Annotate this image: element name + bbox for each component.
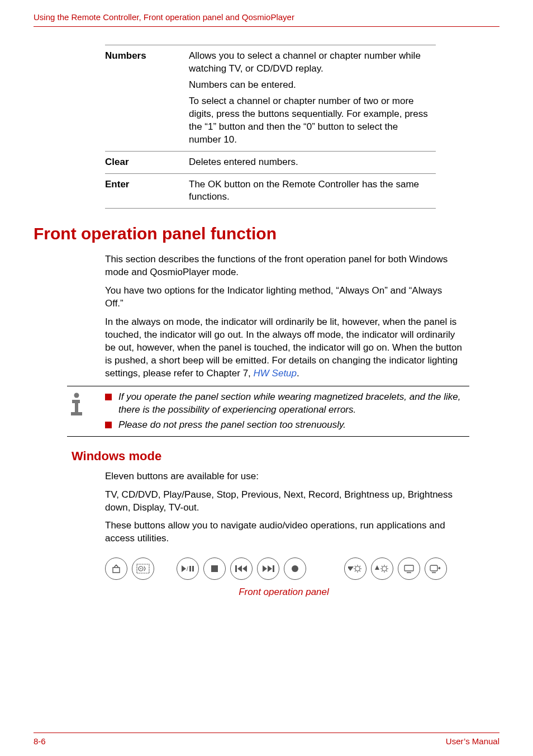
svg-point-20 bbox=[355, 566, 360, 571]
row-label: Clear bbox=[105, 151, 189, 173]
row-desc: The OK button on the Remote Controller h… bbox=[189, 173, 436, 209]
table-row: Numbers Allows you to select a channel o… bbox=[105, 45, 436, 152]
row-desc: Deletes entered numbers. bbox=[189, 151, 436, 173]
svg-marker-14 bbox=[242, 565, 247, 572]
row-desc: Allows you to select a channel or chapte… bbox=[189, 45, 436, 152]
svg-rect-11 bbox=[211, 565, 218, 572]
svg-rect-9 bbox=[189, 566, 191, 571]
subsection-body: Eleven buttons are available for use: TV… bbox=[105, 470, 463, 546]
stop-icon bbox=[203, 557, 226, 580]
svg-line-38 bbox=[387, 566, 388, 567]
subsection-heading: Windows mode bbox=[72, 449, 499, 464]
svg-line-25 bbox=[355, 566, 356, 567]
svg-line-28 bbox=[360, 566, 361, 567]
svg-rect-3 bbox=[71, 412, 82, 415]
svg-rect-17 bbox=[273, 565, 274, 572]
info-icon bbox=[67, 391, 105, 432]
svg-rect-2 bbox=[75, 400, 78, 413]
svg-marker-29 bbox=[375, 565, 379, 570]
table-row: Enter The OK button on the Remote Contro… bbox=[105, 173, 436, 209]
svg-rect-12 bbox=[235, 565, 237, 572]
svg-point-30 bbox=[382, 566, 387, 571]
svg-text:/: / bbox=[187, 566, 188, 572]
note-item: Please do not press the panel section to… bbox=[105, 419, 469, 432]
page-number: 8-6 bbox=[34, 736, 46, 746]
row-label: Enter bbox=[105, 173, 189, 209]
remote-functions-table: Numbers Allows you to select a channel o… bbox=[105, 45, 436, 209]
note-box: If you operate the panel section while w… bbox=[67, 386, 469, 437]
bullet-icon bbox=[105, 422, 112, 428]
tv-out-icon bbox=[425, 557, 447, 580]
svg-marker-7 bbox=[182, 565, 186, 572]
previous-icon bbox=[230, 557, 253, 580]
next-icon bbox=[257, 557, 279, 580]
svg-marker-13 bbox=[237, 565, 242, 572]
display-icon bbox=[398, 557, 420, 580]
svg-point-6 bbox=[140, 568, 141, 569]
page-header: Using the Remote Controller, Front opera… bbox=[34, 12, 499, 27]
svg-marker-15 bbox=[263, 565, 267, 572]
svg-line-35 bbox=[382, 566, 383, 567]
tv-icon bbox=[105, 557, 127, 580]
svg-rect-39 bbox=[404, 565, 413, 571]
page-footer: 8-6 User’s Manual bbox=[34, 733, 499, 746]
table-row: Clear Deletes entered numbers. bbox=[105, 151, 436, 173]
front-panel-diagram: / bbox=[105, 557, 499, 580]
svg-line-37 bbox=[382, 571, 383, 572]
bullet-icon bbox=[105, 394, 112, 400]
note-item: If you operate the panel section while w… bbox=[105, 391, 469, 417]
figure-caption: Front operation panel bbox=[105, 587, 463, 598]
svg-line-36 bbox=[387, 571, 388, 572]
svg-marker-19 bbox=[348, 566, 354, 571]
svg-rect-41 bbox=[430, 565, 437, 571]
play-pause-icon: / bbox=[177, 557, 199, 580]
section-body: This section describes the functions of … bbox=[105, 253, 463, 380]
cddvd-icon bbox=[132, 557, 154, 580]
svg-line-27 bbox=[355, 571, 356, 572]
hw-setup-link[interactable]: HW Setup bbox=[254, 368, 297, 379]
brightness-up-icon bbox=[371, 557, 393, 580]
svg-line-26 bbox=[360, 571, 361, 572]
record-icon bbox=[284, 557, 306, 580]
svg-point-18 bbox=[292, 565, 298, 572]
brightness-down-icon bbox=[344, 557, 367, 580]
row-label: Numbers bbox=[105, 45, 189, 152]
section-heading: Front operation panel function bbox=[34, 224, 499, 243]
manual-label: User’s Manual bbox=[446, 736, 499, 746]
svg-point-0 bbox=[74, 393, 79, 398]
svg-marker-16 bbox=[268, 565, 272, 572]
svg-rect-10 bbox=[192, 566, 194, 571]
